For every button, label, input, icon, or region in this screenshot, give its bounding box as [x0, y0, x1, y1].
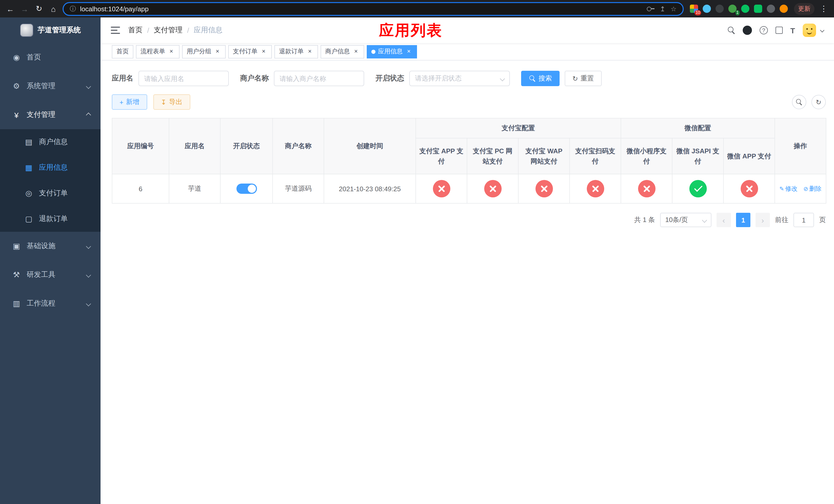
menu-label: 应用信息	[39, 163, 68, 172]
tab-user-group[interactable]: 用户分组 ×	[182, 45, 226, 58]
cell-wx-jsapi	[672, 174, 723, 203]
tab-process-form[interactable]: 流程表单 ×	[136, 45, 179, 58]
extension-avatar-icon[interactable]: 1	[728, 5, 737, 13]
sidebar-item-workflow[interactable]: ▥ 工作流程	[0, 289, 101, 318]
close-icon[interactable]: ×	[405, 48, 412, 55]
add-button[interactable]: + 新增	[112, 94, 147, 110]
sidebar-item-dev-tools[interactable]: ⚒ 研发工具	[0, 260, 101, 289]
reload-icon[interactable]: ↻	[34, 4, 44, 13]
sidebar-item-home[interactable]: ◉ 首页	[0, 43, 101, 72]
delete-link[interactable]: ⊘删除	[804, 185, 821, 192]
breadcrumb-home[interactable]: 首页	[128, 26, 142, 35]
sidebar-item-app-info[interactable]: ▦ 应用信息	[0, 155, 101, 181]
github-icon[interactable]	[743, 26, 752, 35]
back-icon[interactable]: ←	[5, 4, 15, 13]
sidebar-item-infra[interactable]: ▣ 基础设施	[0, 232, 101, 260]
col-status: 开启状态	[220, 118, 272, 174]
search-button[interactable]: 搜索	[521, 71, 559, 86]
cell-wx-app	[723, 174, 775, 203]
caret-down-icon[interactable]	[820, 28, 825, 32]
tab-app-info[interactable]: 应用信息 ×	[367, 45, 417, 58]
cell-alipay-qr	[570, 174, 621, 203]
menu-label: 支付管理	[27, 110, 56, 119]
prev-page-button[interactable]: ‹	[717, 213, 731, 227]
document-icon: ▢	[23, 214, 35, 224]
close-icon[interactable]: ×	[168, 48, 175, 55]
search-icon[interactable]	[728, 27, 735, 34]
col-merchant: 商户名称	[272, 118, 324, 174]
fullscreen-icon[interactable]	[775, 27, 783, 34]
font-size-icon[interactable]: T	[790, 26, 795, 35]
cell-merchant: 芋道源码	[272, 174, 324, 203]
cell-alipay-app	[416, 174, 467, 203]
cell-app-name: 芋道	[169, 174, 220, 203]
password-key-icon[interactable]	[647, 6, 655, 11]
extension-face-icon[interactable]	[780, 5, 788, 13]
col-group-alipay: 支付宝配置	[416, 118, 621, 138]
breadcrumb-payment[interactable]: 支付管理	[154, 26, 182, 35]
tab-pay-order[interactable]: 支付订单 ×	[228, 45, 272, 58]
close-icon[interactable]: ×	[352, 48, 359, 55]
screen: ← → ↻ ⌂ ⓘ localhost:1024/pay/app ↥ ☆ 10 …	[0, 0, 834, 504]
sidebar-item-merchant-info[interactable]: ▤ 商户信息	[0, 129, 101, 155]
app-name-input[interactable]	[138, 71, 229, 86]
cell-actions: ✎修改 ⊘删除	[775, 174, 826, 203]
tab-refund-order[interactable]: 退款订单 ×	[275, 45, 318, 58]
sidebar-item-payment[interactable]: ¥ 支付管理	[0, 100, 101, 129]
app-table: 应用编号 应用名 开启状态 商户名称 创建时间 支付宝配置 微信配置 操作 支付…	[112, 118, 826, 204]
url-text[interactable]: localhost:1024/pay/app	[80, 5, 643, 13]
extension-pin-icon[interactable]	[767, 5, 775, 13]
logo-image	[20, 24, 33, 37]
status-select[interactable]: 请选择开启状态	[409, 71, 510, 86]
extension-wechat-icon[interactable]	[741, 5, 749, 13]
extensions-grid-icon[interactable]: 10	[690, 5, 698, 13]
extension-dark-icon[interactable]	[716, 5, 724, 13]
cell-wx-mini	[621, 174, 672, 203]
more-menu-icon[interactable]: ⋮	[819, 4, 829, 13]
edit-link[interactable]: ✎修改	[780, 185, 797, 192]
tab-home[interactable]: 首页	[112, 45, 133, 58]
close-icon[interactable]: ×	[260, 48, 267, 55]
reset-button[interactable]: ↻ 重置	[565, 71, 602, 86]
next-page-button[interactable]: ›	[755, 213, 770, 227]
update-button[interactable]: 更新	[794, 3, 814, 15]
site-info-icon[interactable]: ⓘ	[70, 4, 76, 13]
table-toolbar: + 新增 ↧ 导出 ↻	[112, 94, 826, 110]
extension-drop-icon[interactable]	[703, 5, 711, 13]
refresh-icon: ↻	[816, 98, 821, 106]
app-logo[interactable]: 芋道管理系统	[0, 18, 101, 43]
tab-merchant-info[interactable]: 商户信息 ×	[321, 45, 364, 58]
share-icon[interactable]: ↥	[660, 5, 665, 13]
export-button[interactable]: ↧ 导出	[153, 94, 190, 110]
avatar[interactable]	[803, 24, 816, 37]
page-size-select[interactable]: 10条/页	[660, 213, 711, 227]
goto-page-input[interactable]	[793, 213, 814, 227]
merchant-name-input[interactable]	[274, 71, 364, 86]
browser-chrome: ← → ↻ ⌂ ⓘ localhost:1024/pay/app ↥ ☆ 10 …	[0, 0, 834, 18]
status-toggle[interactable]	[236, 184, 257, 194]
toggle-search-button[interactable]	[792, 95, 806, 109]
menu-label: 研发工具	[27, 270, 56, 279]
status-x-icon	[740, 180, 758, 198]
menu-label: 系统管理	[27, 82, 56, 91]
sidebar-item-pay-order[interactable]: ◎ 支付订单	[0, 181, 101, 206]
bookmark-star-icon[interactable]: ☆	[671, 5, 677, 13]
goto-suffix: 页	[819, 215, 826, 225]
chevron-down-icon	[86, 244, 91, 249]
home-icon[interactable]: ⌂	[48, 4, 59, 13]
sidebar-item-system[interactable]: ⚙ 系统管理	[0, 72, 101, 100]
page-1-button[interactable]: 1	[736, 213, 750, 227]
refresh-table-button[interactable]: ↻	[811, 95, 826, 109]
forward-icon[interactable]: →	[20, 4, 30, 13]
sidebar-item-refund-order[interactable]: ▢ 退款订单	[0, 206, 101, 232]
close-icon[interactable]: ×	[306, 48, 313, 55]
extension-chat-icon[interactable]	[754, 5, 762, 13]
tools-icon: ⚒	[10, 270, 23, 279]
order-icon: ◎	[23, 189, 35, 198]
close-icon[interactable]: ×	[214, 48, 221, 55]
help-icon[interactable]: ?	[760, 26, 768, 35]
chevron-down-icon	[86, 301, 91, 306]
url-bar[interactable]: ⓘ localhost:1024/pay/app ↥ ☆	[63, 2, 684, 16]
hamburger-icon[interactable]	[111, 27, 120, 34]
col-alipay-pc: 支付宝 PC 网站支付	[467, 138, 518, 174]
